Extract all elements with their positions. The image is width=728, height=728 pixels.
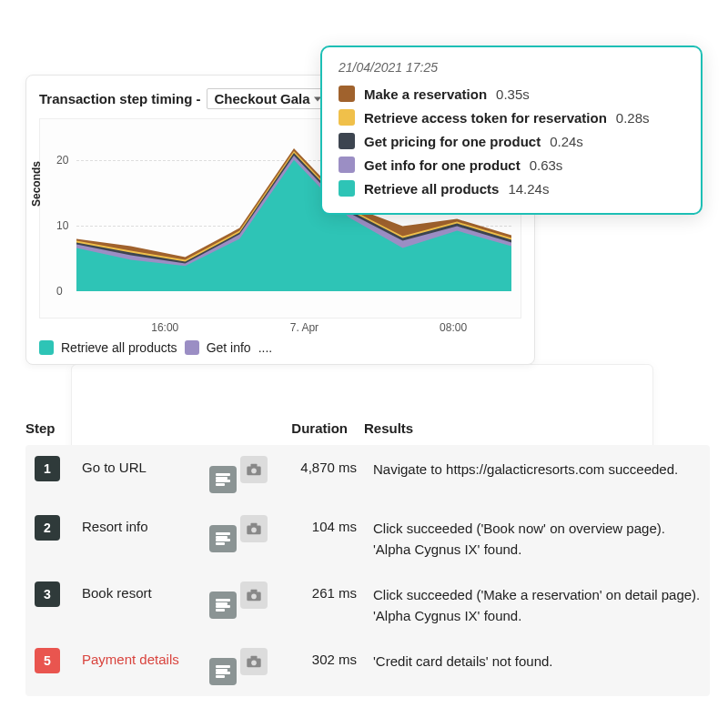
camera-icon [246,463,262,476]
step-badge: 1 [35,456,60,481]
screenshot-button[interactable] [240,456,268,483]
tooltip-label: Get pricing for one product [364,134,541,149]
tooltip-label: Make a reservation [364,86,487,102]
legend-label: Get info [207,340,251,355]
svg-point-11 [251,661,257,666]
screenshot-button[interactable] [240,515,268,542]
svg-point-8 [251,594,257,600]
text-lines-icon [216,473,230,486]
tooltip-row: Get pricing for one product 0.24s [339,129,684,153]
svg-point-2 [251,469,257,474]
step-badge: 2 [35,515,60,541]
camera-icon [246,589,262,602]
y-axis-label: Seconds [30,161,43,207]
tooltip-swatch [339,180,355,197]
tooltip-label: Get info for one product [364,157,521,173]
step-name: Resort info [82,515,209,534]
legend-swatch [39,340,54,355]
table-row[interactable]: 2 Resort info 104 ms Click succeeded ('B… [25,504,710,571]
y-tick: 10 [56,219,68,232]
step-duration: 261 ms [282,581,373,601]
tooltip-row: Retrieve access token for reservation 0.… [339,106,684,129]
tooltip-label: Retrieve all products [364,181,499,197]
tooltip-value: 0.35s [496,86,530,102]
tooltip-value: 0.63s [530,157,563,173]
text-lines-icon [216,599,230,612]
legend-swatch [185,340,199,355]
tooltip-row: Get info for one product 0.63s [339,153,684,177]
y-tick: 0 [56,285,63,298]
table-row[interactable]: 5 Payment details 302 ms 'Credit card de… [25,637,710,696]
step-name: Book resort [82,581,209,601]
x-tick: 7. Apr [290,321,318,334]
chart-legend: Retrieve all products Get info .... [39,340,521,355]
text-lines-icon [216,532,230,545]
screenshot-button[interactable] [240,581,268,609]
screenshot-button[interactable] [240,648,268,675]
chart-title: Transaction step timing - [39,91,201,106]
step-result: Navigate to https://galacticresorts.com … [373,456,701,480]
tooltip-swatch [339,86,355,102]
log-button[interactable] [209,466,237,493]
tooltip-swatch [339,109,355,126]
text-lines-icon [216,665,230,678]
step-duration: 4,870 ms [282,456,373,475]
legend-more[interactable]: .... [258,340,273,355]
chart-tooltip: 21/04/2021 17:25 Make a reservation 0.35… [320,46,703,215]
y-tick: 20 [56,154,68,167]
camera-icon [246,655,262,668]
step-result: 'Credit card details' not found. [373,648,701,672]
tooltip-value: 0.24s [550,134,583,149]
col-header-duration: Duration [273,420,364,436]
step-result: Click succeeded ('Book now' on overview … [373,515,701,560]
svg-rect-10 [251,656,258,660]
step-duration: 104 ms [282,515,373,534]
step-name: Go to URL [82,456,209,475]
svg-point-5 [251,528,257,533]
table-row[interactable]: 1 Go to URL 4,870 ms Navigate to https:/… [25,445,710,504]
x-tick: 16:00 [151,321,178,334]
tooltip-row: Retrieve all products 14.24s [339,177,684,200]
camera-icon [246,522,262,535]
steps-table: Step Duration Results 1 Go to URL 4,870 … [25,420,710,696]
tooltip-row: Make a reservation 0.35s [339,82,684,106]
log-button[interactable] [209,592,237,619]
svg-rect-1 [251,464,258,468]
tooltip-timestamp: 21/04/2021 17:25 [339,60,684,75]
step-badge: 3 [35,581,60,607]
step-badge: 5 [35,648,60,673]
col-header-results: Results [364,420,710,436]
log-button[interactable] [209,525,237,552]
legend-label: Retrieve all products [61,340,177,355]
step-name: Payment details [82,648,209,667]
table-header: Step Duration Results [25,420,710,445]
tooltip-label: Retrieve access token for reservation [364,110,607,126]
svg-rect-7 [251,590,258,593]
step-result: Click succeeded ('Make a reservation' on… [373,581,701,626]
x-tick: 08:00 [440,321,467,334]
log-button[interactable] [209,658,237,685]
step-duration: 302 ms [282,648,373,667]
col-header-step: Step [25,420,73,436]
tooltip-value: 0.28s [616,110,650,126]
table-body: 1 Go to URL 4,870 ms Navigate to https:/… [25,445,710,696]
tooltip-swatch [339,157,355,173]
svg-rect-4 [251,523,258,527]
tooltip-value: 14.24s [508,181,549,197]
table-row[interactable]: 3 Book resort 261 ms Click succeeded ('M… [25,571,710,637]
chart-selector[interactable]: Checkout Gala [207,88,328,109]
tooltip-swatch [339,133,355,149]
